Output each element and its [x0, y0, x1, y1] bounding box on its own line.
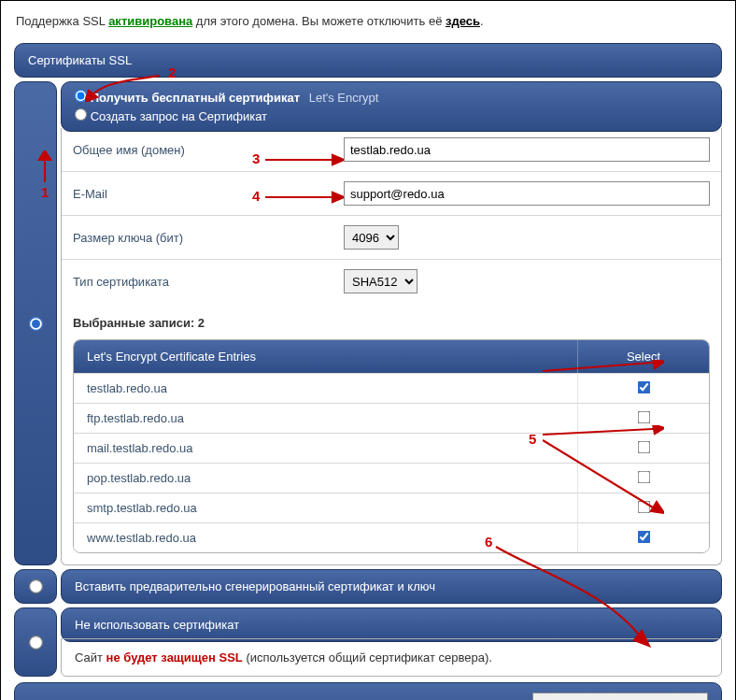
table-row: mail.testlab.redo.ua [74, 433, 709, 463]
footer-bar: Сохранить настройки SSL [14, 682, 722, 700]
annotation-5: 5 [529, 431, 536, 447]
create-options-bar: Получить бесплатный сертификат Let's Enc… [61, 81, 722, 132]
entry-checkbox[interactable] [637, 410, 650, 423]
alt-bar-no-cert[interactable]: Не использовать сертификат [61, 607, 722, 642]
entry-name: pop.testlab.redo.ua [74, 464, 578, 493]
entry-name: www.testlab.redo.ua [74, 523, 578, 552]
entry-checkbox[interactable] [637, 500, 650, 513]
entry-checkbox[interactable] [637, 440, 650, 453]
entry-checkbox[interactable] [637, 380, 650, 393]
entries-table: Let's Encrypt Certificate Entries Select… [73, 339, 710, 553]
select-certtype[interactable]: SHA512 [344, 269, 418, 293]
selected-entries-count: Выбранные записи: 2 [62, 303, 721, 339]
mode-radio-create[interactable] [29, 317, 43, 331]
alt-radio-no-cert-cell[interactable] [14, 607, 57, 677]
cert-form-body: Общее имя (домен) E-Mail Размер ключа (б… [61, 128, 722, 565]
entries-col-name: Let's Encrypt Certificate Entries [74, 340, 578, 373]
radio-make-csr[interactable] [75, 108, 87, 121]
left-radio-cell[interactable] [14, 81, 57, 565]
alt-radio-insert-pregen-cell[interactable] [14, 569, 57, 604]
label-email: E-Mail [73, 187, 344, 201]
entry-name: mail.testlab.redo.ua [74, 434, 578, 463]
label-certtype: Тип сертификата [73, 275, 344, 289]
entry-name: ftp.testlab.redo.ua [74, 404, 578, 433]
annotation-1: 1 [41, 184, 49, 200]
section-header-ssl-certs: Сертификаты SSL [14, 43, 722, 78]
table-row: pop.testlab.redo.ua [74, 463, 709, 493]
label-keysize: Размер ключа (бит) [73, 231, 344, 245]
select-keysize[interactable]: 4096 [344, 225, 399, 250]
input-common-name[interactable] [344, 137, 710, 162]
ssl-support-line: Поддержка SSL активирована для этого дом… [16, 14, 722, 28]
table-row: testlab.redo.ua [74, 373, 709, 403]
mode-radio-insert-pregen[interactable] [29, 579, 43, 593]
entry-name: testlab.redo.ua [74, 374, 578, 403]
label-common-name: Общее имя (домен) [73, 143, 344, 157]
label-make-csr[interactable]: Создать запрос на Сертификат [91, 109, 267, 123]
entry-checkbox[interactable] [637, 470, 650, 483]
table-row: www.testlab.redo.ua [74, 522, 709, 552]
activated-link[interactable]: активирована [108, 14, 192, 28]
disable-here-link[interactable]: здесь [446, 14, 480, 28]
table-row: smtp.testlab.redo.ua [74, 493, 709, 522]
radio-get-free-cert[interactable] [75, 90, 87, 102]
entries-col-select: Select [578, 340, 709, 373]
annotation-6: 6 [485, 534, 492, 550]
annotation-3: 3 [252, 150, 260, 166]
annotation-4: 4 [252, 188, 260, 204]
alt-bar-insert-pregen[interactable]: Вставить предварительно сгенерированный … [61, 569, 722, 604]
save-ssl-button[interactable]: Сохранить настройки SSL [532, 693, 708, 700]
no-cert-warning: Сайт не будет защищен SSL (используется … [61, 638, 722, 677]
annotation-2: 2 [168, 64, 176, 80]
provider-label: Let's Encrypt [309, 91, 379, 105]
label-get-free-cert[interactable]: Получить бесплатный сертификат [91, 91, 300, 105]
table-row: ftp.testlab.redo.ua [74, 403, 709, 433]
input-email[interactable] [344, 181, 710, 206]
entry-name: smtp.testlab.redo.ua [74, 493, 578, 522]
entry-checkbox[interactable] [637, 530, 650, 543]
mode-radio-no-cert[interactable] [29, 636, 43, 650]
